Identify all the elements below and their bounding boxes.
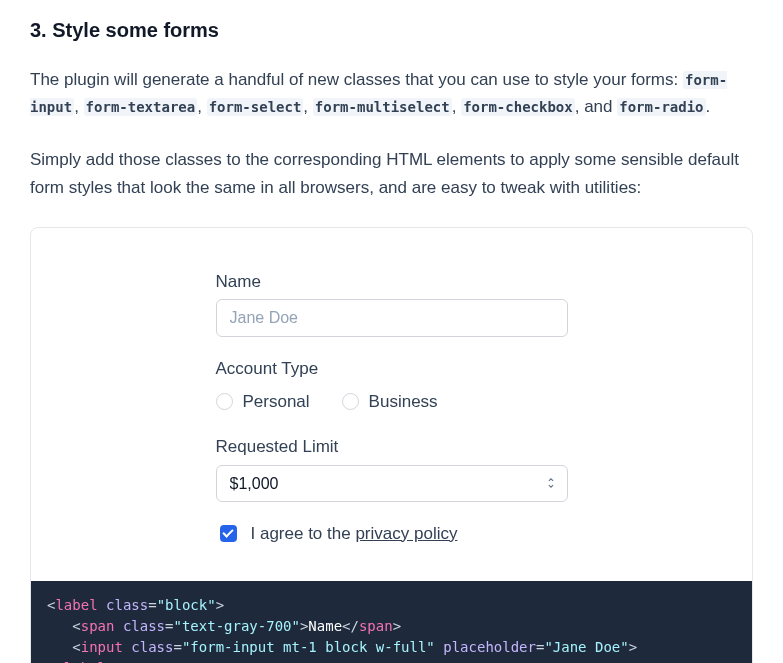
limit-select[interactable]: $1,000	[216, 465, 568, 502]
instruction-paragraph: Simply add those classes to the correspo…	[30, 146, 753, 200]
account-type-label: Account Type	[216, 355, 568, 382]
section-heading: 3. Style some forms	[30, 14, 753, 46]
form-preview: Name Account Type Personal Business	[31, 228, 752, 581]
account-type-field: Account Type Personal Business	[216, 355, 568, 415]
class-token: form-textarea	[84, 98, 198, 116]
radio-personal[interactable]	[216, 393, 233, 410]
agree-text: I agree to the privacy policy	[251, 520, 458, 547]
class-token: form-checkbox	[461, 98, 575, 116]
class-token: form-multiselect	[313, 98, 452, 116]
agree-row: I agree to the privacy policy	[216, 520, 568, 547]
comma: ,	[452, 97, 461, 116]
privacy-policy-link[interactable]: privacy policy	[355, 524, 457, 543]
intro-text: The plugin will generate a handful of ne…	[30, 70, 683, 89]
radio-personal-item[interactable]: Personal	[216, 388, 310, 415]
radio-personal-label: Personal	[243, 388, 310, 415]
class-token: form-radio	[617, 98, 705, 116]
limit-field: Requested Limit $1,000	[216, 433, 568, 501]
intro-paragraph: The plugin will generate a handful of ne…	[30, 66, 753, 120]
name-input[interactable]	[216, 299, 568, 337]
comma-and: , and	[575, 97, 618, 116]
radio-business-item[interactable]: Business	[342, 388, 438, 415]
comma: ,	[197, 97, 206, 116]
name-label: Name	[216, 268, 568, 295]
name-field: Name	[216, 268, 568, 337]
radio-business[interactable]	[342, 393, 359, 410]
agree-prefix: I agree to the	[251, 524, 356, 543]
class-token: form-select	[207, 98, 304, 116]
comma: ,	[303, 97, 312, 116]
radio-business-label: Business	[369, 388, 438, 415]
example-container: Name Account Type Personal Business	[30, 227, 753, 663]
comma: ,	[74, 97, 83, 116]
limit-label: Requested Limit	[216, 433, 568, 460]
agree-checkbox[interactable]	[220, 525, 237, 542]
code-snippet: <label class="block"> <span class="text-…	[31, 581, 752, 663]
period: .	[706, 97, 711, 116]
